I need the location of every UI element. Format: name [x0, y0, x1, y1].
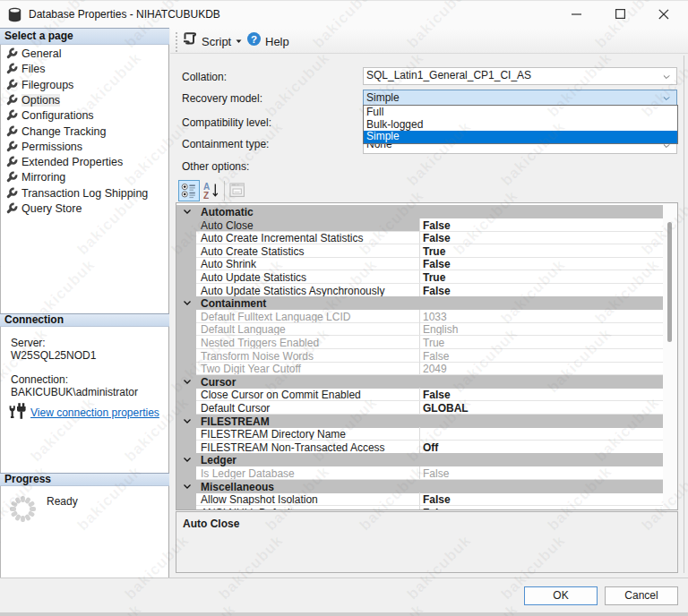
svg-text:?: ?	[251, 34, 257, 45]
svg-text:Z: Z	[203, 191, 209, 201]
